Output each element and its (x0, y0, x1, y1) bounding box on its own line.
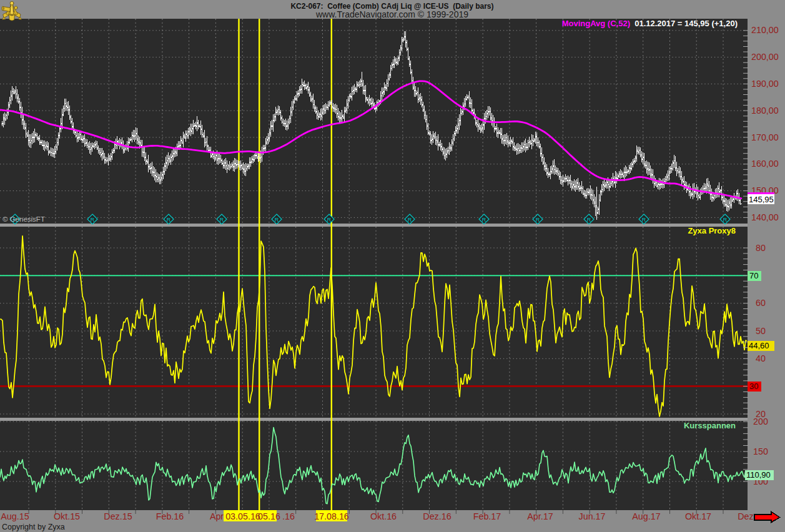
svg-text:R: R (91, 217, 95, 223)
svg-text:150: 150 (753, 446, 768, 456)
svg-text:Kursspannen: Kursspannen (684, 421, 736, 430)
svg-text:.16: .16 (282, 511, 295, 521)
svg-text:Okt.17: Okt.17 (685, 511, 711, 521)
svg-text:50: 50 (756, 326, 766, 336)
svg-text:Jun.17: Jun.17 (579, 511, 606, 521)
svg-text:R: R (723, 217, 728, 223)
svg-text:170,00: 170,00 (751, 132, 779, 142)
svg-text:Feb.16: Feb.16 (156, 511, 184, 521)
svg-text:Okt.15: Okt.15 (54, 511, 80, 521)
svg-text:200: 200 (753, 416, 768, 426)
svg-text:03.05.16: 03.05.16 (225, 511, 260, 521)
svg-text:Apr.17: Apr.17 (527, 511, 553, 521)
svg-text:R: R (642, 217, 646, 223)
svg-text:40: 40 (756, 353, 766, 363)
svg-text:70: 70 (749, 271, 758, 280)
svg-text:44,60: 44,60 (749, 341, 769, 350)
svg-text:R: R (482, 217, 486, 223)
svg-text:Dez.15: Dez.15 (104, 511, 132, 521)
svg-text:05.16: 05.16 (258, 511, 280, 521)
svg-text:R: R (408, 217, 412, 223)
svg-text:60: 60 (756, 298, 766, 308)
svg-text:Apr: Apr (210, 511, 224, 521)
svg-text:Aug.15: Aug.15 (1, 511, 29, 521)
svg-text:80: 80 (756, 243, 766, 253)
svg-text:Dez.: Dez. (738, 511, 756, 521)
svg-text:www.TradeNavigator.com © 1999-: www.TradeNavigator.com © 1999-2019 (315, 9, 468, 19)
svg-text:210,00: 210,00 (751, 25, 779, 35)
svg-text:17.08.16: 17.08.16 (314, 511, 349, 521)
svg-text:140,00: 140,00 (751, 212, 779, 222)
svg-text:R: R (587, 217, 591, 223)
svg-text:R: R (536, 217, 540, 223)
svg-text:Copyright by Zyxa: Copyright by Zyxa (2, 523, 65, 531)
svg-text:Aug.17: Aug.17 (632, 511, 660, 521)
svg-text:Okt.16: Okt.16 (370, 511, 397, 521)
svg-text:R: R (167, 217, 171, 223)
svg-text:R: R (327, 217, 332, 223)
svg-text:MovingAvg (C,52) 01.12.2017 =: MovingAvg (C,52) 01.12.2017 = 145,95 (+1… (562, 19, 738, 28)
svg-text:145,95: 145,95 (749, 195, 774, 204)
svg-text:30: 30 (749, 382, 758, 391)
svg-text:R: R (275, 217, 279, 223)
svg-text:160,00: 160,00 (751, 159, 779, 169)
svg-text:200,00: 200,00 (751, 52, 779, 62)
svg-text:Feb.17: Feb.17 (473, 511, 501, 521)
svg-text:Zyxa Proxy8: Zyxa Proxy8 (688, 226, 736, 235)
svg-text:R: R (220, 217, 224, 223)
svg-text:Dez.16: Dez.16 (423, 511, 451, 521)
svg-text:© GenesisFT: © GenesisFT (2, 215, 45, 223)
svg-text:180,00: 180,00 (751, 106, 779, 116)
svg-text:110,90: 110,90 (746, 470, 771, 480)
svg-text:190,00: 190,00 (751, 79, 779, 89)
